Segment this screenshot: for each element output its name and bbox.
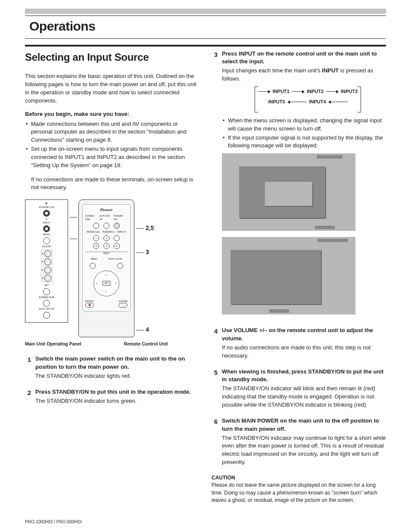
chapter-title: Operations [25, 17, 386, 36]
before-begin-heading: Before you begin, make sure you have: [25, 110, 199, 118]
step-number: 1 [25, 355, 31, 364]
cycle-input3: INPUT3 [341, 88, 358, 95]
remote-label-rgb1: RGB1(D-sub) [87, 230, 100, 233]
intro-paragraph: This section explains the basic operatio… [25, 72, 199, 105]
step-number: 3 [212, 50, 218, 59]
before-begin-list: Made connections between this unit and A… [25, 120, 199, 170]
caution-heading: CAUTION [212, 474, 386, 482]
remote-num-1: 1 [93, 235, 99, 241]
panel-label-screensize: SCREEN SIZE [39, 296, 55, 299]
cycle-input1: INPUT1 [273, 88, 290, 95]
panel-label-standby: STANDBY/ON [39, 206, 54, 209]
step-number: 2 [25, 388, 31, 398]
remote-control-diagram: Pioneer SCREEN SIZE AUTO SET UP STANDBY … [78, 199, 134, 337]
remote-autosetup-button [103, 223, 109, 229]
unsupported-signal-screen-2 [222, 237, 355, 314]
left-column: Selecting an Input Source This section e… [25, 50, 199, 504]
step3-bullets: When the menu screen is displayed, chang… [222, 117, 386, 150]
unsupported-signal-screen-1 [222, 153, 355, 231]
input-cycle-diagram: INPUT1 INPUT2 INPUT3 INPUT5 INPUT4 [230, 87, 386, 112]
step-heading: When viewing is finished, press STANDBY/… [222, 368, 386, 384]
remote-label-pointzoom: POINT ZOOM [109, 258, 122, 261]
caution-text: Please do not leave the same picture dis… [212, 482, 386, 504]
remote-set-button: SET [103, 281, 110, 286]
panel-set-button [43, 288, 50, 295]
panel-screensize-button [43, 300, 50, 307]
remote-volume-button: − + [118, 303, 128, 308]
panel-standby-button [43, 210, 50, 217]
panel-label-adjust: ADJUST [42, 246, 51, 248]
remote-menu-button [90, 263, 96, 269]
step-heading: Use VOLUME +/– on the remote control uni… [222, 327, 386, 343]
remote-label-screensize: SCREEN SIZE [85, 215, 100, 221]
step-5: 5 When viewing is finished, press STANDB… [212, 368, 386, 411]
heavy-rule [25, 45, 386, 47]
cycle-input5: INPUT5 [268, 99, 285, 106]
panel-label-input: INPUT [43, 222, 50, 224]
before-begin-note: If no connections are made to these term… [25, 176, 199, 192]
step-1: 1 Switch the main power switch on the ma… [25, 355, 199, 382]
panel-label-set: SET [44, 284, 49, 287]
step-text: The STANDBY/ON indicator may continue to… [222, 434, 386, 467]
remote-label-standby: STANDBY /ON [113, 215, 128, 221]
cycle-input2: INPUT2 [307, 88, 324, 95]
remote-callout-3: 3 [136, 248, 149, 256]
chapter-band: Operations [25, 16, 386, 39]
remote-callout-25: 2,5 [136, 224, 154, 232]
step-4: 4 Use VOLUME +/– on the remote control u… [212, 327, 386, 361]
diagrams-row: ⏻ STANDBY/ON ● INPUT MENU ADJUST ▴ ▾ ▸ [25, 199, 199, 337]
remote-display-button [114, 235, 120, 241]
panel-menu-button [43, 237, 50, 244]
remote-label-rgb2: RGB2(BNC) [103, 230, 115, 233]
panel-label-menu: MENU [43, 233, 50, 236]
remote-label-volume: VOLUME [118, 300, 128, 303]
right-column: 3 Press INPUT on the remote control unit… [212, 50, 386, 504]
remote-label-muting: MUTING [85, 300, 94, 303]
before-begin-item: Made connections between this unit and A… [25, 120, 199, 145]
top-gray-strip [25, 9, 386, 14]
cycle-input4: INPUT4 [309, 99, 326, 106]
remote-caption: Remote Control Unit [111, 341, 200, 347]
panel-caption: Main Unit Operating Panel [25, 341, 101, 347]
remote-muting-button: 🔇 [85, 303, 94, 308]
step-2: 2 Press STANDBY/ON to put this unit in t… [25, 388, 199, 407]
step-number: 5 [212, 368, 218, 377]
step3-bullet: If the input computer signal is not supp… [222, 134, 386, 150]
remote-brand: Pioneer [100, 207, 113, 213]
remote-num-3: 3 [93, 243, 99, 249]
remote-label-display: DISPLAY [117, 230, 126, 233]
panel-label-autosetup: AUTO SET UP [39, 308, 54, 311]
remote-standby-button [114, 223, 120, 229]
step-heading: Press INPUT on the remote control unit o… [222, 50, 386, 66]
remote-dpad: SET ▵ ▿ ◃ ▹ [93, 271, 119, 296]
step-3: 3 Press INPUT on the remote control unit… [212, 50, 386, 321]
step-number: 4 [212, 327, 218, 336]
remote-num-4: 4 [103, 243, 109, 249]
footer-model: PRO-1000HDI / PRO-800HDI [25, 519, 82, 526]
main-unit-panel-diagram: ⏻ STANDBY/ON ● INPUT MENU ADJUST ▴ ▾ ▸ [25, 199, 68, 323]
remote-num-5: 5 [114, 243, 120, 249]
step-number: 6 [212, 417, 218, 426]
panel-input-button [43, 225, 50, 232]
panel-adjust-group: ▴ ▾ ▸ ◂ [40, 249, 53, 283]
section-title: Selecting an Input Source [25, 50, 199, 65]
step3-body: Input changes each time the main unit's … [222, 67, 386, 83]
step-text: The STANDBY/ON indicator lights red. [35, 372, 199, 380]
step3-bullet: When the menu screen is displayed, chang… [222, 117, 386, 133]
remote-screensize-button [93, 223, 99, 229]
step-heading: Press STANDBY/ON to put this unit in the… [35, 388, 199, 396]
step-text: If no audio connections are made to this… [222, 344, 386, 360]
remote-pointzoom-button [117, 263, 123, 269]
remote-label-menu: MENU [91, 258, 97, 261]
remote-num-2: 2 [103, 235, 109, 241]
step-heading: Switch the main power switch on the main… [35, 355, 199, 371]
step-heading: Switch MAIN POWER on the main unit to th… [222, 417, 386, 433]
remote-callout-4: 4 [136, 325, 149, 334]
step-text: The STANDBY/ON indicator will blink and … [222, 385, 386, 409]
step-6: 6 Switch MAIN POWER on the main unit to … [212, 417, 386, 468]
before-begin-item: Set up the on-screen menu to input signa… [25, 145, 199, 170]
remote-input-divider: INPUT [85, 252, 128, 255]
remote-label-autosetup: AUTO SET UP [100, 215, 114, 221]
step-text: The STANDBY/ON indicator turns green. [35, 397, 199, 405]
panel-autosetup-button [43, 312, 50, 319]
